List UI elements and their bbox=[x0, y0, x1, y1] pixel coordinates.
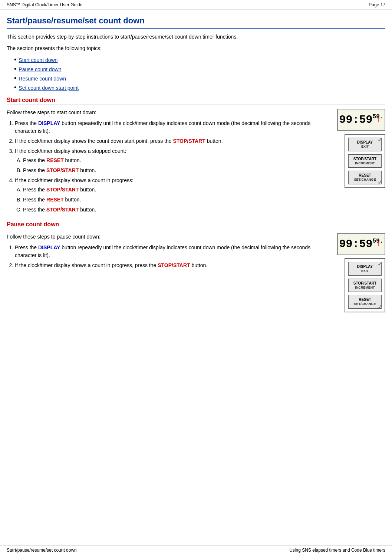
sub-step-3b: Press the STOP/START button. bbox=[23, 167, 333, 174]
diagram-start: 99:59 59. ↑ DISPLAY EXIT STOP/START INCR… bbox=[337, 109, 385, 216]
main-content: Start/pause/resume/set count down This s… bbox=[0, 10, 392, 340]
sub-step-4b: Press the RESET button. bbox=[23, 196, 333, 204]
toc-link-2[interactable]: Pause count down bbox=[19, 66, 61, 72]
step-1: Press the DISPLAY button repeatedly unti… bbox=[15, 119, 333, 135]
header-left: SNS™ Digital Clock/Timer User Guide bbox=[7, 2, 82, 7]
steps-list-start: Press the DISPLAY button repeatedly unti… bbox=[7, 119, 333, 214]
stop-start-increment-line2-pause: INCREMENT bbox=[350, 286, 380, 290]
reset-set-change-line2-pause: SET/CHANGE bbox=[350, 302, 380, 306]
sub-step-3a: Press the RESET button. bbox=[23, 157, 333, 164]
display-time-start: 99:59 bbox=[339, 114, 373, 126]
stop-start-increment-line1-pause: STOP/START bbox=[350, 281, 380, 286]
arrow-up-pause: ↑ bbox=[376, 240, 381, 248]
stop-start-increment-btn-pause[interactable]: STOP/START INCREMENT bbox=[348, 279, 382, 292]
stop-start-keyword-4: STOP/START bbox=[46, 207, 79, 213]
toc-list: Start count down Pause count down Resume… bbox=[7, 56, 385, 92]
follow-steps-start: Follow these steps to start count down: bbox=[7, 109, 333, 116]
intro-line1: This section provides step-by-step instr… bbox=[7, 33, 385, 41]
display-exit-line1: DISPLAY bbox=[350, 140, 380, 145]
header-right: Page 17 bbox=[369, 2, 385, 7]
section-text-pause: Follow these steps to pause count down: … bbox=[7, 233, 333, 312]
sub-steps-3: Press the RESET button. Press the STOP/S… bbox=[15, 157, 333, 174]
reset-keyword-1: RESET bbox=[46, 157, 64, 163]
display-readout-start: 99:59 59. ↑ bbox=[337, 109, 385, 131]
section-text-start: Follow these steps to start count down: … bbox=[7, 109, 333, 216]
intro-line2: The section presents the following topic… bbox=[7, 45, 385, 52]
toc-item-1[interactable]: Start count down bbox=[14, 56, 385, 64]
display-time-pause: 99:59 bbox=[339, 238, 373, 250]
display-exit-btn-start[interactable]: DISPLAY EXIT bbox=[348, 138, 382, 151]
steps-list-pause: Press the DISPLAY button repeatedly unti… bbox=[7, 244, 333, 269]
section-body-start: Follow these steps to start count down: … bbox=[7, 109, 385, 216]
stop-start-keyword-1: STOP/START bbox=[173, 138, 205, 144]
display-exit-line2: EXIT bbox=[350, 145, 380, 149]
reset-set-change-btn-pause[interactable]: RESET SET/CHANGE bbox=[348, 295, 382, 309]
display-readout-pause: 99:59 59. ↑ bbox=[337, 233, 385, 255]
step-3: If the clock/timer display shows a stopp… bbox=[15, 147, 333, 174]
toc-item-2[interactable]: Pause count down bbox=[14, 65, 385, 73]
stop-start-keyword-2: STOP/START bbox=[46, 167, 79, 173]
stop-start-keyword-pause-1: STOP/START bbox=[158, 262, 190, 268]
toc-item-4[interactable]: Set count down start point bbox=[14, 84, 385, 92]
stop-start-increment-line1: STOP/START bbox=[350, 157, 380, 161]
diagram-pause: 99:59 59. ↑ DISPLAY EXIT STOP/START INCR… bbox=[337, 233, 385, 312]
section-pause-count-down: Pause count down Follow these steps to p… bbox=[7, 221, 385, 312]
display-keyword-1: DISPLAY bbox=[38, 120, 60, 126]
display-exit-line2-pause: EXIT bbox=[350, 269, 380, 273]
reset-set-change-line1-pause: RESET bbox=[350, 297, 380, 302]
control-panel-pause: DISPLAY EXIT STOP/START INCREMENT RESET … bbox=[345, 258, 385, 312]
stop-start-keyword-3: STOP/START bbox=[46, 187, 79, 193]
footer-left: Start/pause/resume/set count down bbox=[7, 548, 77, 553]
page-title: Start/pause/resume/set count down bbox=[7, 16, 385, 29]
page-footer: Start/pause/resume/set count down Using … bbox=[0, 545, 392, 555]
toc-link-4[interactable]: Set count down start point bbox=[19, 85, 79, 91]
stop-start-increment-line2: INCREMENT bbox=[350, 161, 380, 166]
stop-start-increment-btn-start[interactable]: STOP/START INCREMENT bbox=[348, 154, 382, 168]
step-2: If the clock/timer display shows the cou… bbox=[15, 137, 333, 145]
reset-set-change-btn-start[interactable]: RESET SET/CHANGE bbox=[348, 171, 382, 184]
pause-step-2: If the clock/timer display shows a count… bbox=[15, 262, 333, 269]
control-panel-start: DISPLAY EXIT STOP/START INCREMENT RESET … bbox=[345, 134, 385, 188]
sub-steps-4: Press the STOP/START button. Press the R… bbox=[15, 186, 333, 214]
reset-set-change-line1: RESET bbox=[350, 173, 380, 178]
toc-item-3[interactable]: Resume count down bbox=[14, 75, 385, 82]
display-exit-line1-pause: DISPLAY bbox=[350, 264, 380, 269]
section-start-count-down: Start count down Follow these steps to s… bbox=[7, 97, 385, 216]
page-header: SNS™ Digital Clock/Timer User Guide Page… bbox=[0, 0, 392, 10]
sub-step-4a: Press the STOP/START button. bbox=[23, 186, 333, 194]
section-heading-start: Start count down bbox=[7, 97, 385, 105]
reset-keyword-2: RESET bbox=[46, 197, 64, 203]
display-keyword-pause-1: DISPLAY bbox=[38, 244, 60, 250]
section-heading-pause: Pause count down bbox=[7, 221, 385, 229]
reset-set-change-line2: SET/CHANGE bbox=[350, 178, 380, 182]
section-body-pause: Follow these steps to pause count down: … bbox=[7, 233, 385, 312]
display-exit-btn-pause[interactable]: DISPLAY EXIT bbox=[348, 262, 382, 276]
toc-link-1[interactable]: Start count down bbox=[19, 57, 57, 63]
footer-right: Using SNS elapsed timers and Code Blue t… bbox=[289, 548, 385, 553]
sub-step-4c: Press the STOP/START button. bbox=[23, 206, 333, 214]
toc-link-3[interactable]: Resume count down bbox=[19, 76, 66, 82]
step-4: If the clock/timer display shows a count… bbox=[15, 177, 333, 214]
follow-steps-pause: Follow these steps to pause count down: bbox=[7, 233, 333, 241]
arrow-up-start: ↑ bbox=[376, 116, 381, 124]
pause-step-1: Press the DISPLAY button repeatedly unti… bbox=[15, 244, 333, 259]
